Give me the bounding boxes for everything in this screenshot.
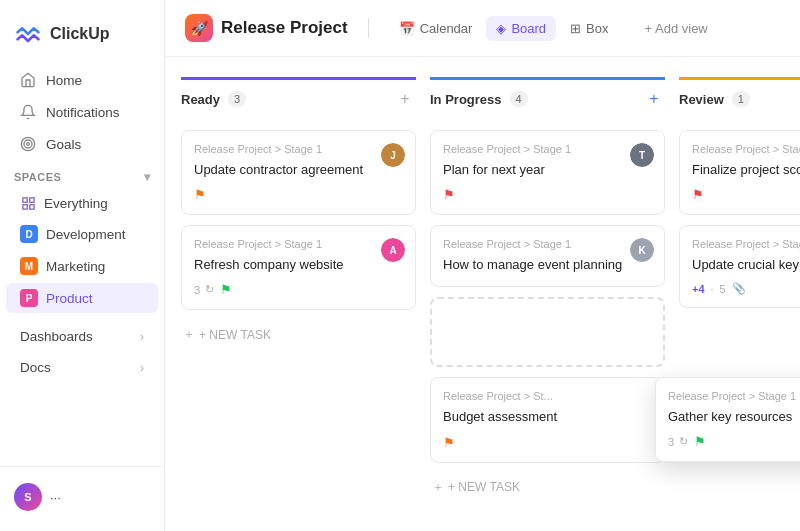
card-title-7: Finalize project scope bbox=[692, 161, 800, 179]
floating-recycle-icon: ↻ bbox=[679, 435, 688, 448]
tab-board-label: Board bbox=[511, 21, 546, 36]
main-content: 🚀 Release Project 📅 Calendar ◈ Board ⊞ B… bbox=[165, 0, 800, 531]
floating-card[interactable]: ⊹ A Release Project > Stage 1 Gather key… bbox=[655, 377, 800, 462]
flag-icon-2: ⚑ bbox=[220, 282, 232, 297]
tab-board[interactable]: ◈ Board bbox=[486, 16, 556, 41]
card-avatar-3: T bbox=[630, 143, 654, 167]
view-tabs: 📅 Calendar ◈ Board ⊞ Box bbox=[389, 16, 619, 41]
sidebar-item-goals[interactable]: Goals bbox=[6, 129, 158, 159]
logo-area: ClickUp bbox=[0, 12, 164, 64]
svg-point-2 bbox=[27, 143, 30, 146]
svg-rect-5 bbox=[22, 204, 26, 208]
goals-icon bbox=[20, 136, 36, 152]
card-finalize-scope[interactable]: R Release Project > Stage 1 Finalize pro… bbox=[679, 130, 800, 215]
col-ready-add-button[interactable]: + bbox=[394, 88, 416, 110]
meta-count-8: 5 bbox=[720, 283, 726, 295]
development-dot: D bbox=[20, 225, 38, 243]
marketing-dot: M bbox=[20, 257, 38, 275]
tab-calendar[interactable]: 📅 Calendar bbox=[389, 16, 483, 41]
home-icon bbox=[20, 72, 36, 88]
card-footer-7: ⚑ bbox=[692, 187, 800, 202]
card-path-2: Release Project > Stage 1 bbox=[194, 238, 403, 250]
col-inprogress-count: 4 bbox=[510, 91, 528, 107]
project-icon: 🚀 bbox=[185, 14, 213, 42]
sidebar-item-everything[interactable]: Everything bbox=[6, 189, 158, 217]
user-avatar-area[interactable]: S ··· bbox=[0, 475, 164, 519]
add-view-label: + Add view bbox=[645, 21, 708, 36]
avatar-circle-4: K bbox=[630, 238, 654, 262]
column-header-review: Review 1 + bbox=[679, 77, 800, 120]
user-avatar: S bbox=[14, 483, 42, 511]
column-header-inprogress: In Progress 4 + bbox=[430, 77, 665, 120]
dashboards-label: Dashboards bbox=[20, 329, 93, 344]
col-inprogress-add-button[interactable]: + bbox=[643, 88, 665, 110]
meta-separator: · bbox=[711, 283, 714, 295]
card-title-4: How to manage event planning bbox=[443, 256, 652, 274]
sidebar-bottom: S ··· bbox=[0, 466, 164, 519]
card-update-contractor[interactable]: J Release Project > Stage 1 Update contr… bbox=[181, 130, 416, 215]
floating-meta-count: 3 bbox=[668, 436, 674, 448]
card-plan-year[interactable]: T Release Project > Stage 1 Plan for nex… bbox=[430, 130, 665, 215]
sidebar-item-dashboards[interactable]: Dashboards › bbox=[6, 322, 158, 351]
card-event-planning[interactable]: K Release Project > Stage 1 How to manag… bbox=[430, 225, 665, 287]
sidebar-item-notifications[interactable]: Notifications bbox=[6, 97, 158, 127]
col-inprogress-title: In Progress bbox=[430, 92, 502, 107]
card-footer-3: ⚑ bbox=[443, 187, 652, 202]
card-path-3: Release Project > Stage 1 bbox=[443, 143, 652, 155]
card-meta-2: 3 ↻ bbox=[194, 283, 214, 296]
add-view-button[interactable]: + Add view bbox=[635, 16, 718, 41]
board: Ready 3 + J Release Project > Stage 1 Up… bbox=[165, 57, 800, 531]
calendar-icon: 📅 bbox=[399, 21, 415, 36]
card-title-1: Update contractor agreement bbox=[194, 161, 403, 179]
card-key-objectives[interactable]: Release Project > Stage 1 Update crucial… bbox=[679, 225, 800, 308]
docs-label: Docs bbox=[20, 360, 51, 375]
board-icon: ◈ bbox=[496, 21, 506, 36]
user-name: ··· bbox=[50, 490, 61, 505]
column-header-ready: Ready 3 + bbox=[181, 77, 416, 120]
card-budget[interactable]: Release Project > St... Budget assessmen… bbox=[430, 377, 665, 462]
sidebar-item-product-label: Product bbox=[46, 291, 93, 306]
sidebar-item-development[interactable]: D Development bbox=[6, 219, 158, 249]
card-title-6: Budget assessment bbox=[443, 408, 652, 426]
sidebar-item-docs[interactable]: Docs › bbox=[6, 353, 158, 382]
clickup-logo-icon bbox=[14, 20, 42, 48]
card-path-4: Release Project > Stage 1 bbox=[443, 238, 652, 250]
card-refresh-website[interactable]: A Release Project > Stage 1 Refresh comp… bbox=[181, 225, 416, 310]
col-review-title: Review bbox=[679, 92, 724, 107]
tab-box[interactable]: ⊞ Box bbox=[560, 16, 618, 41]
sidebar-item-marketing[interactable]: M Marketing bbox=[6, 251, 158, 281]
flag-icon-6: ⚑ bbox=[443, 435, 455, 450]
sidebar-item-home[interactable]: Home bbox=[6, 65, 158, 95]
card-avatar-4: K bbox=[630, 238, 654, 262]
sidebar-item-product[interactable]: P Product bbox=[6, 283, 158, 313]
svg-rect-4 bbox=[29, 197, 33, 201]
chevron-icon: ▾ bbox=[144, 170, 151, 184]
card-placeholder bbox=[430, 297, 665, 367]
svg-point-1 bbox=[24, 140, 32, 148]
sidebar-item-home-label: Home bbox=[46, 73, 82, 88]
col-ready-count: 3 bbox=[228, 91, 246, 107]
new-task-ready-label: + NEW TASK bbox=[199, 328, 271, 342]
plus-icon-ready: ＋ bbox=[183, 326, 195, 343]
card-path-1: Release Project > Stage 1 bbox=[194, 143, 403, 155]
floating-card-footer: 3 ↻ ⚑ bbox=[668, 434, 800, 449]
flag-icon-3: ⚑ bbox=[443, 187, 455, 202]
recycle-icon: ↻ bbox=[205, 283, 214, 296]
card-path-6: Release Project > St... bbox=[443, 390, 652, 402]
svg-rect-3 bbox=[22, 197, 26, 201]
floating-card-title: Gather key resources bbox=[668, 408, 800, 426]
new-task-inprogress-label: + NEW TASK bbox=[448, 480, 520, 494]
new-task-inprogress[interactable]: ＋ + NEW TASK bbox=[430, 473, 665, 502]
flag-icon-1: ⚑ bbox=[194, 187, 206, 202]
avatar-circle-2: A bbox=[381, 238, 405, 262]
sidebar-item-goals-label: Goals bbox=[46, 137, 81, 152]
new-task-ready[interactable]: ＋ + NEW TASK bbox=[181, 320, 416, 349]
column-ready: Ready 3 + J Release Project > Stage 1 Up… bbox=[181, 77, 416, 511]
tab-calendar-label: Calendar bbox=[420, 21, 473, 36]
meta-plus4: +4 bbox=[692, 283, 705, 295]
card-avatar-1: J bbox=[381, 143, 405, 167]
flag-icon-7: ⚑ bbox=[692, 187, 704, 202]
card-path-8: Release Project > Stage 1 bbox=[692, 238, 800, 250]
bell-icon bbox=[20, 104, 36, 120]
plus-icon-inprogress: ＋ bbox=[432, 479, 444, 496]
